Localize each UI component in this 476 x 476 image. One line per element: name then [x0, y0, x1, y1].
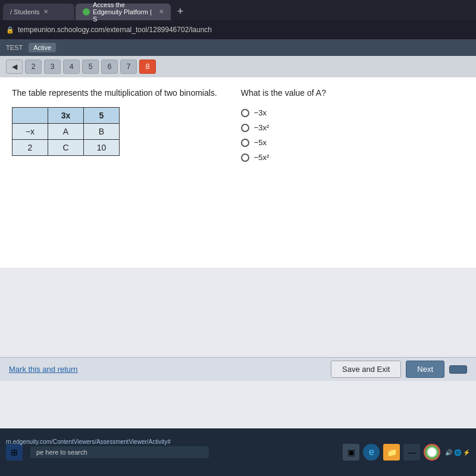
- tab-bar: / Students ✕ Access the Edgenuity Platfo…: [0, 0, 476, 20]
- extra-button[interactable]: [449, 365, 467, 374]
- choice-b-label: −3x²: [254, 123, 270, 132]
- choice-c-label: −5x: [254, 138, 267, 147]
- question-content: The table represents the multiplication …: [0, 77, 476, 268]
- next-button[interactable]: Next: [406, 361, 444, 378]
- taskbar: rn.edgenuity.com/ContentViewers/Assessme…: [0, 428, 476, 476]
- question-text: The table represents the multiplication …: [12, 88, 217, 98]
- table-cell-A: A: [48, 124, 84, 140]
- tab-close-active[interactable]: ✕: [159, 8, 164, 15]
- tab-favicon: [83, 8, 90, 15]
- answer-section: What is the value of A? −3x −3x² −5x −5x…: [241, 88, 326, 164]
- tab-label: / Students: [10, 8, 40, 15]
- url-text[interactable]: tempeunion.schoology.com/external_tool/1…: [18, 26, 212, 34]
- table-cell-C: C: [48, 140, 84, 156]
- search-text: pe here to search: [36, 449, 87, 456]
- question-btn-7[interactable]: 7: [120, 60, 137, 74]
- side-question: What is the value of A?: [241, 88, 326, 98]
- taskbar-icons: ▣ e 📁 —: [343, 444, 440, 461]
- table-cell-negx: −x: [12, 124, 48, 140]
- prev-question-button[interactable]: ◀: [6, 60, 23, 74]
- table-header-3x: 3x: [48, 108, 84, 124]
- table-cell-10: 10: [84, 140, 120, 156]
- choice-a[interactable]: −3x: [241, 106, 326, 120]
- choice-d[interactable]: −5x²: [241, 151, 326, 164]
- windows-icon[interactable]: ⊞: [6, 444, 23, 461]
- status-label: TEST: [6, 44, 23, 51]
- address-bar: 🔒 tempeunion.schoology.com/external_tool…: [0, 20, 476, 39]
- math-table: 3x 5 −x A B 2 C 10: [12, 107, 120, 156]
- choice-c[interactable]: −5x: [241, 136, 326, 149]
- tab-edgenuity[interactable]: Access the Edgenuity Platform | S ✕: [76, 4, 171, 20]
- browser-chrome: / Students ✕ Access the Edgenuity Platfo…: [0, 0, 476, 39]
- radio-a[interactable]: [241, 109, 249, 117]
- radio-d[interactable]: [241, 154, 249, 162]
- taskbar-search-bar[interactable]: pe here to search: [30, 446, 209, 458]
- sys-tray-icons: 🔊 🌐 ⚡: [445, 449, 470, 456]
- table-cell-B: B: [84, 124, 120, 140]
- dark-app-icon[interactable]: —: [403, 444, 420, 461]
- question-btn-6[interactable]: 6: [101, 60, 118, 74]
- question-btn-3[interactable]: 3: [44, 60, 61, 74]
- taskbar-url: rn.edgenuity.com/ContentViewers/Assessme…: [6, 439, 171, 445]
- question-btn-2[interactable]: 2: [25, 60, 42, 74]
- question-btn-5[interactable]: 5: [82, 60, 99, 74]
- question-btn-8[interactable]: 8: [139, 60, 156, 74]
- question-left: The table represents the multiplication …: [12, 88, 217, 162]
- new-tab-button[interactable]: +: [172, 4, 189, 20]
- tab-label-active: Access the Edgenuity Platform | S: [93, 1, 155, 23]
- choice-d-label: −5x²: [254, 153, 270, 162]
- lock-icon: 🔒: [6, 26, 14, 34]
- table-header-row: 3x 5: [12, 108, 120, 124]
- tab-students[interactable]: / Students ✕: [3, 4, 74, 20]
- btn-group: Save and Exit Next: [331, 361, 467, 378]
- question-btn-4[interactable]: 4: [63, 60, 80, 74]
- table-header-5: 5: [84, 108, 120, 124]
- table-cell-empty: [12, 108, 48, 124]
- table-cell-2: 2: [12, 140, 48, 156]
- tab-close[interactable]: ✕: [43, 8, 48, 15]
- sys-tray: 🔊 🌐 ⚡: [445, 449, 470, 456]
- windows-task-icon[interactable]: ▣: [343, 444, 359, 461]
- chrome-icon[interactable]: [424, 444, 440, 461]
- choice-b[interactable]: −3x²: [241, 121, 326, 134]
- table-row-2: 2 C 10: [12, 140, 120, 156]
- table-row-1: −x A B: [12, 124, 120, 140]
- choice-a-label: −3x: [254, 108, 267, 117]
- mark-return-link[interactable]: Mark this and return: [9, 365, 78, 374]
- status-bar: TEST Active: [0, 39, 476, 56]
- folder-icon[interactable]: 📁: [383, 444, 400, 461]
- save-exit-button[interactable]: Save and Exit: [331, 361, 401, 378]
- question-nav: ◀ 2 3 4 5 6 7 8: [0, 56, 476, 77]
- action-bar: Mark this and return Save and Exit Next: [0, 357, 476, 381]
- radio-c[interactable]: [241, 139, 249, 147]
- edge-icon[interactable]: e: [363, 444, 380, 461]
- radio-b[interactable]: [241, 124, 249, 132]
- content-area: TEST Active ◀ 2 3 4 5 6 7 8 The table re…: [0, 39, 476, 428]
- question-layout: The table represents the multiplication …: [12, 88, 464, 164]
- status-active-badge: Active: [29, 43, 56, 52]
